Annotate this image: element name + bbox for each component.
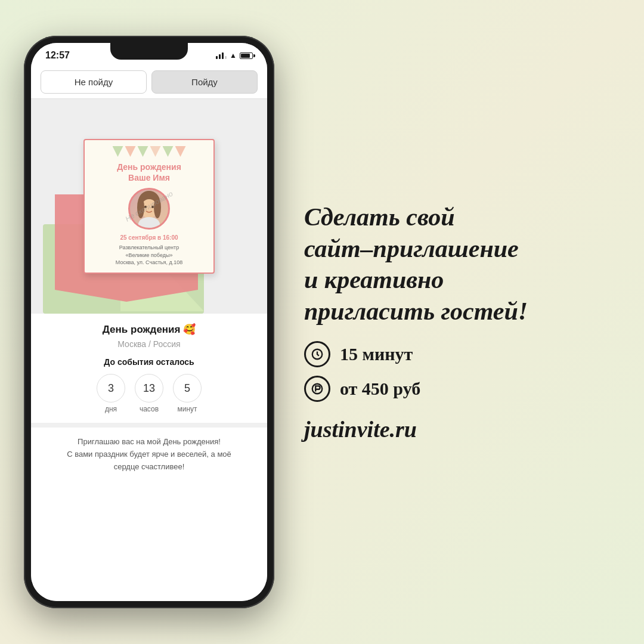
description-section: Приглашаю вас на мой День рождения! С ва…	[31, 428, 267, 601]
invitation-card: День рождения Ваше Имя	[83, 139, 215, 274]
bunting-flag-2	[125, 146, 136, 157]
countdown-days-number: 3	[97, 374, 125, 402]
rsvp-yes-button[interactable]: Пойду	[151, 70, 258, 94]
phone-screen: 12:57 ▲ Не пойду Пойду	[31, 43, 267, 601]
status-icons: ▲	[216, 51, 253, 60]
battery-icon	[240, 52, 253, 59]
countdown-hours-number: 13	[135, 374, 163, 402]
signal-bars-icon	[216, 52, 227, 59]
countdown-boxes: 3 дня 13 часов 5 минут	[41, 374, 258, 413]
countdown-minutes: 5 минут	[173, 374, 202, 413]
svg-point-7	[138, 217, 160, 228]
event-info-section: День рождения 🥰 Москва / Россия До событ…	[31, 314, 267, 423]
invitation-area: День рождения Ваше Имя	[31, 99, 267, 314]
ruble-icon	[304, 376, 330, 402]
event-location: Москва / Россия	[41, 339, 258, 349]
phone-notch	[110, 43, 188, 60]
brand-url[interactable]: justinvite.ru	[304, 416, 614, 442]
feature-time-text: 15 минут	[340, 344, 413, 364]
feature-price-text: от 450 руб	[340, 379, 420, 399]
features-list: 15 минут от 450 руб	[304, 341, 614, 402]
divider	[31, 423, 267, 428]
event-title: День рождения 🥰	[41, 323, 258, 336]
countdown-days: 3 дня	[97, 374, 125, 413]
promo-title: Сделать свой сайт–приглашение и креативн…	[304, 202, 614, 327]
clock-icon	[304, 341, 330, 367]
invitation-title: День рождения Ваше Имя	[91, 162, 208, 183]
right-panel: Сделать свой сайт–приглашение и креативн…	[298, 190, 620, 454]
main-container: 12:57 ▲ Не пойду Пойду	[0, 0, 644, 644]
bunting	[91, 146, 208, 157]
countdown-label: До события осталось	[41, 357, 258, 367]
countdown-hours-unit: часов	[140, 405, 159, 413]
countdown-minutes-number: 5	[173, 374, 202, 402]
countdown-hours: 13 часов	[135, 374, 163, 413]
countdown-minutes-unit: минут	[177, 405, 197, 413]
rsvp-bar: Не пойду Пойду	[31, 66, 267, 99]
status-time: 12:57	[45, 50, 70, 61]
countdown-days-unit: дня	[105, 405, 117, 413]
bunting-flag-3	[138, 146, 148, 157]
feature-time: 15 минут	[304, 341, 614, 367]
invitation-venue: Развлекательный центр «Великие победы» М…	[91, 244, 208, 267]
bunting-flag-6	[175, 146, 186, 157]
invitation-date: 25 сентября в 16:00	[91, 234, 208, 241]
bunting-flag-1	[113, 146, 123, 157]
bunting-flag-4	[150, 146, 161, 157]
wifi-icon: ▲	[230, 51, 237, 60]
phone-mockup: 12:57 ▲ Не пойду Пойду	[24, 36, 274, 608]
feature-price: от 450 руб	[304, 376, 614, 402]
bunting-flag-5	[163, 146, 174, 157]
rsvp-no-button[interactable]: Не пойду	[41, 70, 147, 94]
